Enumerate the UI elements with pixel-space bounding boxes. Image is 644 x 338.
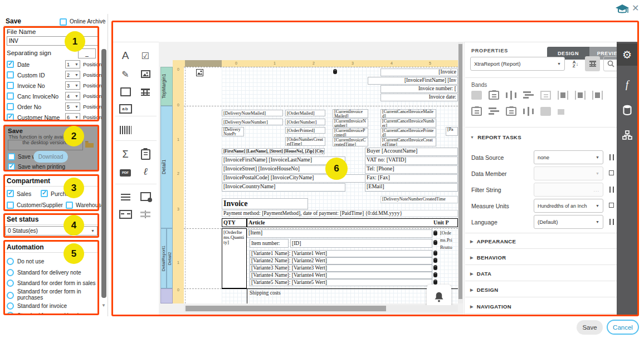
- canc-invoiceno-position-select[interactable]: 4▼: [65, 92, 80, 100]
- report-field[interactable]: [Variante4 Name]: [Variante4 Wert]: [250, 272, 432, 279]
- band-top-margin[interactable]: TopMargin1: [160, 67, 173, 106]
- report-field[interactable]: Invoice date:: [380, 94, 458, 101]
- property-marker-icon[interactable]: [609, 187, 614, 193]
- property-marker-icon[interactable]: [609, 219, 614, 225]
- data-member-select[interactable]: ▼: [534, 166, 603, 180]
- page-break-tool-icon[interactable]: [116, 206, 135, 223]
- online-archive-checkbox[interactable]: [60, 18, 67, 26]
- warehouse-checkbox[interactable]: [66, 202, 73, 209]
- report-field[interactable]: [OrderPrinted]: [285, 127, 325, 134]
- date-position-select[interactable]: 1▼: [65, 60, 80, 68]
- v-scrollbar-track[interactable]: [458, 42, 463, 303]
- section-data[interactable]: ▶DATA: [470, 271, 491, 277]
- report-field[interactable]: Fax: [Fax]: [365, 174, 458, 183]
- report-field[interactable]: [CurrentCancelInvoiceNumber]: [380, 119, 436, 128]
- report-field[interactable]: [OrderItems.Quantity]: [222, 228, 247, 288]
- report-field[interactable]: [Invoice: [380, 68, 458, 76]
- signature-tool-icon[interactable]: ℓ: [136, 163, 155, 180]
- order-no-position-select[interactable]: 5▼: [65, 102, 80, 111]
- section-design[interactable]: ▶DESIGN: [470, 287, 499, 293]
- cancel-button[interactable]: Cancel: [607, 320, 639, 335]
- pdf-content-tool-icon[interactable]: PDF: [116, 164, 135, 181]
- report-field[interactable]: [ID]: [290, 239, 432, 248]
- band-icon[interactable]: [558, 91, 568, 100]
- automation-radio-do-not-use[interactable]: [7, 258, 14, 265]
- label-tool-icon[interactable]: A: [116, 47, 135, 64]
- band-icon[interactable]: [471, 91, 482, 100]
- report-field[interactable]: [CurrentInvoiceNumber]: [333, 119, 368, 128]
- invoice-no-position-select[interactable]: 3▼: [65, 81, 80, 90]
- band-icon[interactable]: [558, 109, 564, 115]
- report-field[interactable]: Invoice: [222, 198, 308, 209]
- close-icon[interactable]: ✕: [632, 3, 639, 13]
- section-navigation[interactable]: ▶NAVIGATION: [470, 303, 511, 310]
- sales-checkbox[interactable]: [7, 190, 14, 197]
- band-detail-report[interactable]: DetailReport1: [160, 228, 167, 288]
- report-field[interactable]: [OrderNumber]: [285, 119, 325, 125]
- report-field[interactable]: [Variante2 Name]: [Variante2 Wert]: [250, 257, 432, 264]
- band-detail2[interactable]: Detail2: [167, 228, 173, 288]
- band-icon[interactable]: [540, 107, 551, 116]
- data-sources-rail-button[interactable]: [617, 100, 637, 119]
- report-field[interactable]: [CurrentCancelInvoiceCreatedTime]: [380, 138, 436, 146]
- band-bottom-margin[interactable]: [160, 288, 173, 303]
- report-field[interactable]: [DeliveryNoteNumber]: [222, 119, 283, 125]
- band-icon[interactable]: [523, 107, 534, 116]
- property-marker-icon[interactable]: [609, 170, 614, 175]
- report-field[interactable]: [Item]: [247, 229, 432, 238]
- report-field[interactable]: Tel: [Phone]: [365, 165, 458, 174]
- search-properties-button[interactable]: [603, 56, 618, 71]
- download-button[interactable]: Download: [33, 151, 68, 163]
- report-field[interactable]: [InvoicePostalCode] [InvoiceCityName]: [222, 174, 375, 183]
- property-marker-icon[interactable]: [609, 203, 614, 208]
- automation-radio-invoice[interactable]: [7, 302, 14, 310]
- order-no-checkbox[interactable]: [7, 103, 14, 110]
- report-field[interactable]: [FirstName] [LastName], [Street] [HouseN…: [222, 148, 325, 154]
- custom-id-checkbox[interactable]: [7, 71, 14, 79]
- band-icon[interactable]: [540, 91, 551, 100]
- automation-radio-order-sales[interactable]: [7, 280, 14, 287]
- report-field[interactable]: [Variante1 Name]: [Variante1 Wert]: [250, 250, 432, 257]
- band-icon[interactable]: [592, 91, 603, 100]
- band-icon[interactable]: [523, 91, 534, 100]
- band-icon[interactable]: [575, 91, 586, 100]
- report-explorer-rail-button[interactable]: [617, 125, 637, 144]
- save-when-printing-checkbox[interactable]: [8, 163, 15, 170]
- purchases-checkbox[interactable]: [41, 190, 48, 197]
- report-field[interactable]: [Pa: [446, 127, 458, 136]
- band-detail1[interactable]: Detail1: [160, 106, 173, 228]
- cross-band-tool-icon[interactable]: [136, 206, 155, 223]
- canc-invoiceno-checkbox[interactable]: [7, 92, 14, 100]
- h-scrollbar-track[interactable]: [184, 305, 458, 312]
- folder-icon[interactable]: [85, 140, 94, 146]
- band-icon[interactable]: [506, 107, 516, 116]
- section-appearance[interactable]: ▶APPEARANCE: [470, 238, 516, 244]
- report-field[interactable]: [CurrentInvoicePrinted]: [333, 128, 368, 137]
- report-field[interactable]: Item number:: [250, 239, 289, 248]
- report-field[interactable]: VAT no: [VATID]: [365, 156, 458, 165]
- table-header-cell[interactable]: Article: [247, 218, 458, 227]
- scroll-up-icon[interactable]: ▲: [101, 18, 106, 23]
- report-field[interactable]: [CurrentCancelInvoiceMailed]: [380, 109, 436, 118]
- customer-supplier-checkbox[interactable]: [7, 202, 14, 209]
- customer-name-position-select[interactable]: 6▼: [65, 113, 80, 121]
- scroll-down-icon[interactable]: ▼: [101, 303, 106, 308]
- picture-box-icon[interactable]: [196, 68, 203, 76]
- shipping-costs-cell[interactable]: Shipping costs: [250, 290, 281, 296]
- v-scrollbar-thumb[interactable]: [458, 44, 462, 299]
- picture-tool-icon[interactable]: [136, 66, 155, 82]
- expressions-rail-button[interactable]: f: [617, 75, 637, 94]
- report-field[interactable]: [Variante3 Name]: [Variante3 Wert]: [250, 264, 432, 272]
- custom-id-position-select[interactable]: 2▼: [65, 71, 80, 79]
- band-icon[interactable]: [489, 107, 499, 116]
- subreport-tool-icon[interactable]: [136, 188, 155, 205]
- customer-name-checkbox[interactable]: [7, 114, 14, 121]
- help-graduation-cap-icon[interactable]: [615, 3, 630, 14]
- report-field[interactable]: [CurrentInvoiceMailed]: [333, 109, 368, 118]
- report-field[interactable]: [OrderNumberCreatedTime]: [285, 137, 325, 146]
- richtext-tool-icon[interactable]: ✎: [116, 66, 135, 82]
- checkbox-tool-icon[interactable]: ☑: [136, 47, 155, 64]
- report-field[interactable]: [Variante5 Name]: [Variante5 Wert]: [250, 279, 432, 286]
- band-icon[interactable]: [506, 91, 516, 100]
- table-header-cell[interactable]: QTY: [222, 218, 247, 227]
